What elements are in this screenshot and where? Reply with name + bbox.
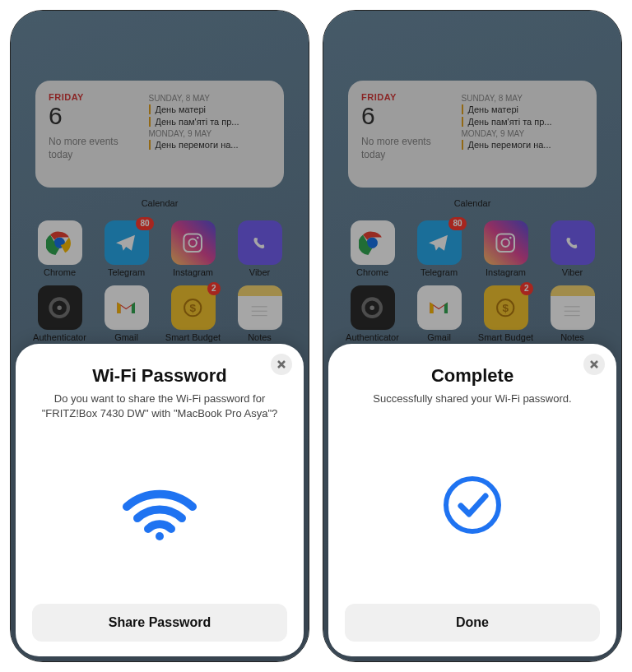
sheet-body: Successfully shared your Wi-Fi password.: [373, 392, 571, 406]
phone-left: FRIDAY 6 No more events today SUNDAY, 8 …: [10, 10, 309, 662]
svg-point-25: [446, 479, 499, 531]
share-password-button[interactable]: Share Password: [32, 604, 287, 642]
sheet-body: Do you want to share the Wi-Fi password …: [36, 392, 283, 420]
wifi-icon: [123, 484, 197, 541]
checkmark-icon: [439, 472, 505, 538]
svg-point-12: [156, 532, 164, 540]
close-icon: [276, 359, 286, 369]
sheet-title: Wi-Fi Password: [92, 365, 227, 387]
phone-right: FRIDAY 6 No more events today SUNDAY, 8 …: [323, 10, 622, 662]
share-wifi-sheet: Wi-Fi Password Do you want to share the …: [16, 344, 304, 656]
close-button[interactable]: [583, 354, 605, 375]
done-button[interactable]: Done: [345, 604, 600, 642]
close-icon: [589, 359, 599, 369]
close-button[interactable]: [271, 354, 292, 375]
sheet-title: Complete: [431, 365, 514, 387]
complete-sheet: Complete Successfully shared your Wi-Fi …: [328, 344, 616, 656]
